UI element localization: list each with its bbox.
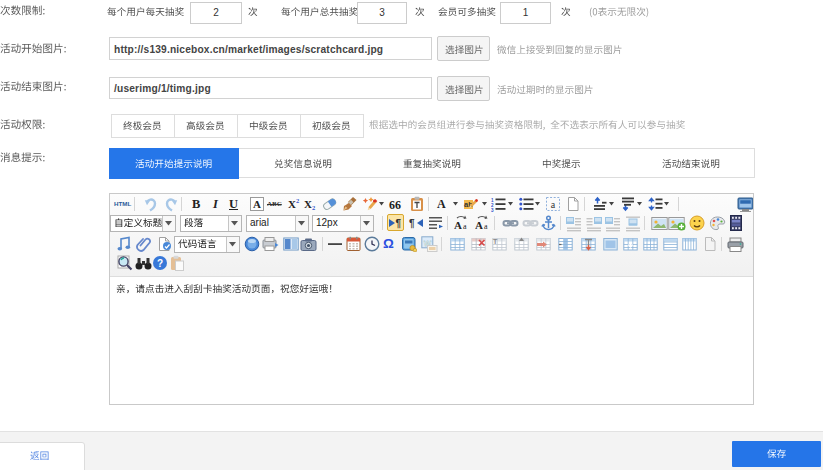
svg-text:a: a xyxy=(551,199,556,210)
svg-text:T: T xyxy=(493,238,498,245)
svg-text:a: a xyxy=(484,222,488,231)
svg-text:A: A xyxy=(475,219,483,231)
svg-text:a: a xyxy=(463,222,467,231)
svg-text:A: A xyxy=(454,219,462,231)
svg-text:A: A xyxy=(253,198,261,210)
svg-text:?: ? xyxy=(157,258,163,269)
svg-text:3: 3 xyxy=(491,208,494,212)
